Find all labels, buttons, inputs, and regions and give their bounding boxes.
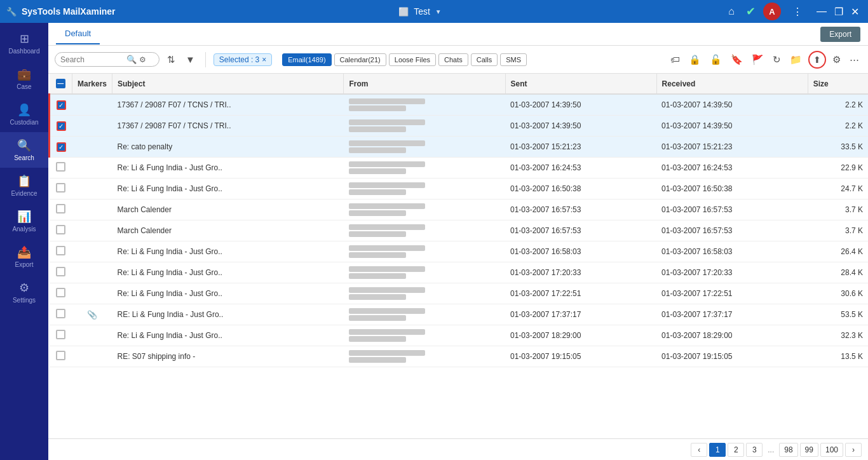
filter-icon-button[interactable]: ▼ [183, 53, 198, 66]
row-markers [72, 241, 112, 262]
more-icon-button[interactable]: ⋯ [847, 53, 862, 67]
row-received: 01-03-2007 16:58:03 [656, 241, 808, 262]
folder-icon-button[interactable]: 📁 [787, 53, 804, 67]
page-100-button[interactable]: 100 [820, 443, 843, 457]
row-checkbox-cell[interactable] [50, 158, 72, 179]
page-3-button[interactable]: 3 [746, 443, 763, 457]
row-checkbox-cell[interactable] [50, 325, 72, 346]
gear-icon-button[interactable]: ⚙ [830, 53, 843, 67]
email-table-wrapper: Markers Subject From Sent Received Size … [48, 74, 868, 438]
sidebar-item-custodian[interactable]: 👤 Custodian [0, 97, 48, 132]
filter-calls-button[interactable]: Calls [471, 53, 498, 66]
selected-close-icon[interactable]: × [262, 55, 266, 64]
table-row: 17367 / 29087 F07 / TCNS / TRI..01-03-20… [50, 116, 869, 137]
flag-icon-button[interactable]: 🚩 [749, 53, 766, 67]
sidebar-item-settings[interactable]: ⚙ Settings [0, 274, 48, 310]
select-all-checkbox[interactable] [56, 79, 65, 88]
avatar-button[interactable]: A [763, 3, 781, 20]
row-checkbox-cell[interactable] [50, 220, 72, 241]
row-from [344, 346, 505, 367]
row-sent: 01-03-2007 15:21:23 [505, 137, 656, 158]
row-checkbox[interactable] [56, 183, 65, 193]
row-checkbox-cell[interactable] [50, 200, 72, 220]
row-checkbox-cell[interactable] [50, 283, 72, 304]
close-button[interactable]: ✕ [848, 6, 862, 18]
row-checkbox[interactable] [57, 121, 66, 131]
lock-icon-button[interactable]: 🔒 [686, 53, 703, 67]
sidebar-label-settings: Settings [13, 297, 36, 304]
sidebar-item-export[interactable]: 📤 Export [0, 239, 48, 274]
minimize-button[interactable]: — [814, 6, 829, 18]
row-subject: Re: Li & Fung India - Just Gro.. [112, 241, 344, 262]
filter-types: Email(1489) Calendar(21) Loose Files Cha… [282, 53, 527, 66]
row-markers [72, 346, 112, 367]
row-checkbox-cell[interactable] [50, 116, 72, 137]
refresh-icon-button[interactable]: ↻ [770, 53, 783, 67]
row-from [344, 241, 505, 262]
tab-default[interactable]: Default [56, 24, 100, 44]
next-page-button[interactable]: › [845, 443, 862, 457]
sidebar-item-case[interactable]: 💼 Case [0, 61, 48, 97]
filter-chats-button[interactable]: Chats [438, 53, 468, 66]
row-markers [72, 262, 112, 283]
filter-loose-files-button[interactable]: Loose Files [389, 53, 436, 66]
maximize-button[interactable]: ❐ [832, 6, 846, 18]
export-button[interactable]: Export [820, 27, 860, 42]
row-checkbox[interactable] [56, 246, 65, 255]
row-checkbox[interactable] [56, 204, 65, 213]
row-sent: 01-03-2007 16:24:53 [505, 158, 656, 179]
row-checkbox-cell[interactable] [50, 304, 72, 325]
row-checkbox-cell[interactable] [50, 241, 72, 262]
tag-icon-button[interactable]: 🏷 [668, 53, 682, 66]
table-row: March Calender01-03-2007 16:57:5301-03-2… [50, 220, 869, 241]
filter-email-button[interactable]: Email(1489) [282, 53, 331, 66]
row-checkbox[interactable] [56, 288, 65, 297]
row-subject: Re: Li & Fung India - Just Gro.. [112, 325, 344, 346]
row-checkbox[interactable] [56, 267, 65, 276]
page-1-button[interactable]: 1 [709, 443, 726, 457]
export-circle-button[interactable]: ⬆ [808, 51, 826, 69]
page-2-button[interactable]: 2 [728, 443, 744, 457]
filter-calendar-button[interactable]: Calendar(21) [334, 53, 386, 66]
header-checkbox-cell[interactable] [50, 74, 72, 94]
sidebar-item-analysis[interactable]: 📊 Analysis [0, 203, 48, 239]
app-body: ⊞ Dashboard 💼 Case 👤 Custodian 🔍 Search … [0, 23, 868, 460]
home-button[interactable]: ⌂ [724, 4, 738, 18]
search-input[interactable] [60, 55, 124, 64]
row-markers [72, 158, 112, 179]
table-header-row: Markers Subject From Sent Received Size [50, 74, 869, 94]
row-subject: Re: Li & Fung India - Just Gro.. [112, 283, 344, 304]
window-dropdown-arrow[interactable]: ▼ [435, 8, 442, 15]
row-checkbox[interactable] [57, 142, 66, 152]
row-checkbox-cell[interactable] [50, 346, 72, 367]
row-checkbox[interactable] [56, 351, 65, 360]
row-size: 13.5 K [808, 346, 868, 367]
custodian-icon: 👤 [17, 103, 31, 117]
row-checkbox[interactable] [56, 225, 65, 234]
row-checkbox[interactable] [56, 309, 65, 318]
row-sent: 01-03-2007 17:37:17 [505, 304, 656, 325]
page-99-button[interactable]: 99 [800, 443, 818, 457]
row-checkbox-cell[interactable] [50, 137, 72, 158]
search-submit-icon[interactable]: 🔍 [126, 55, 137, 64]
row-checkbox[interactable] [56, 162, 65, 172]
row-checkbox-cell[interactable] [50, 262, 72, 283]
sidebar-item-evidence[interactable]: 📋 Evidence [0, 168, 48, 203]
row-checkbox[interactable] [56, 330, 65, 339]
unlock-icon-button[interactable]: 🔓 [707, 53, 724, 67]
page-98-button[interactable]: 98 [779, 443, 797, 457]
row-checkbox[interactable] [57, 100, 66, 110]
page-dots: ... [764, 443, 777, 456]
bookmark-icon-button[interactable]: 🔖 [728, 53, 745, 67]
sidebar-item-search[interactable]: 🔍 Search [0, 132, 48, 168]
row-checkbox-cell[interactable] [50, 179, 72, 200]
table-row: Re: Li & Fung India - Just Gro..01-03-20… [50, 262, 869, 283]
sort-icon-button[interactable]: ⇅ [165, 53, 178, 67]
sidebar-item-dashboard[interactable]: ⊞ Dashboard [0, 25, 48, 61]
status-check-icon: ✔ [746, 4, 756, 18]
filter-sms-button[interactable]: SMS [500, 53, 527, 66]
row-checkbox-cell[interactable] [50, 94, 72, 116]
search-settings-icon[interactable]: ⚙ [139, 55, 146, 64]
prev-page-button[interactable]: ‹ [691, 443, 707, 457]
more-menu-button[interactable]: ⋮ [789, 4, 806, 19]
